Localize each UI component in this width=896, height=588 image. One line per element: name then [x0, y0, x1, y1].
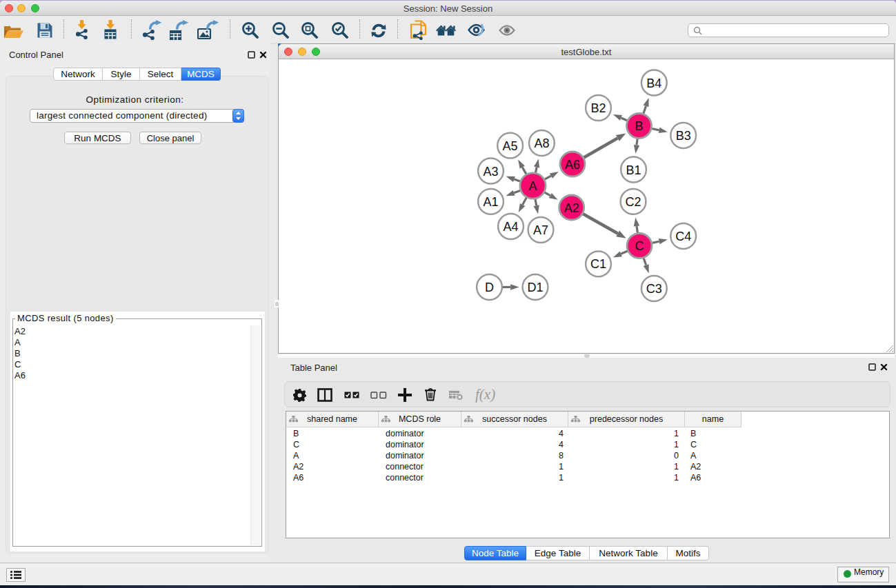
svg-text:D1: D1 — [527, 281, 543, 294]
svg-text:A3: A3 — [483, 165, 498, 179]
svg-text:A6: A6 — [565, 158, 580, 172]
svg-text:B1: B1 — [626, 163, 641, 177]
svg-text:C4: C4 — [675, 230, 691, 243]
svg-text:A8: A8 — [534, 136, 549, 150]
svg-text:A5: A5 — [503, 139, 518, 153]
svg-text:A4: A4 — [503, 220, 518, 234]
svg-text:A: A — [528, 179, 537, 193]
svg-text:B4: B4 — [646, 77, 661, 90]
svg-text:D: D — [485, 281, 494, 294]
svg-text:C2: C2 — [625, 195, 641, 209]
svg-text:C1: C1 — [590, 257, 606, 271]
svg-text:C3: C3 — [646, 282, 662, 296]
svg-text:A1: A1 — [483, 195, 498, 209]
svg-text:A7: A7 — [533, 223, 548, 237]
svg-text:B: B — [635, 119, 643, 133]
svg-text:B2: B2 — [590, 101, 606, 115]
svg-text:B3: B3 — [676, 129, 691, 143]
svg-text:A2: A2 — [564, 201, 579, 215]
svg-text:C: C — [635, 239, 644, 253]
